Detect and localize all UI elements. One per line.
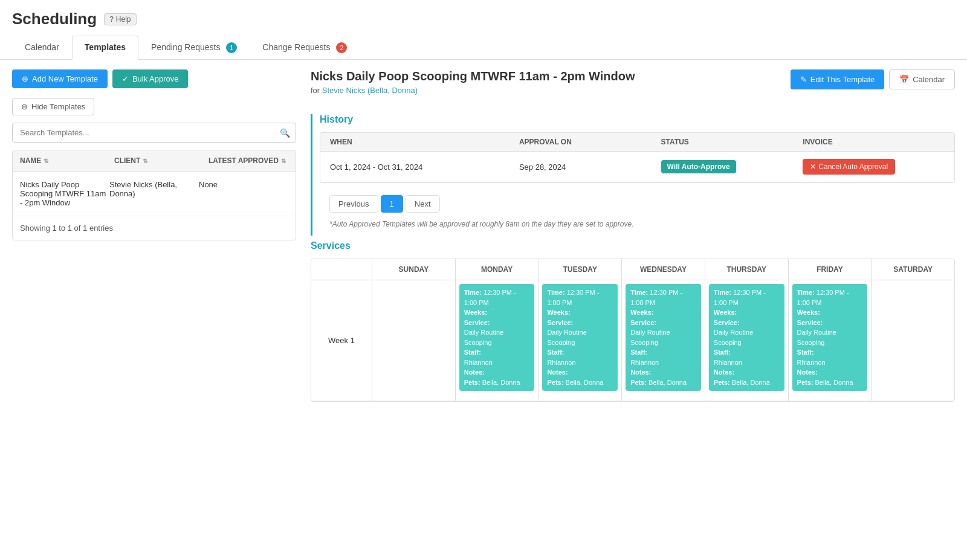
- thursday-service: Daily Routine Scooping: [714, 329, 753, 346]
- change-requests-badge: 2: [336, 42, 347, 53]
- sort-name-icon[interactable]: ⇅: [44, 158, 48, 164]
- search-input[interactable]: [12, 123, 296, 143]
- row-latest-approved: None: [199, 178, 288, 210]
- weeks-label-tue: Weeks:: [547, 309, 570, 316]
- col-latest-approved: LATEST APPROVED ⇅: [201, 150, 296, 171]
- cancel-icon: ✕: [810, 163, 816, 171]
- main-content: ⊕ Add New Template ✓ Bulk Approve ⊖ Hide…: [0, 60, 967, 411]
- monday-service: Daily Routine Scooping: [464, 329, 503, 346]
- staff-label-fri: Staff:: [797, 349, 814, 356]
- bulk-approve-label: Bulk Approve: [132, 74, 179, 83]
- saturday-cell: [871, 280, 954, 401]
- edit-template-label: Edit This Template: [810, 75, 875, 84]
- history-invoice: ✕ Cancel Auto Approval: [803, 159, 945, 175]
- history-col-approval-on: APPROVAL ON: [519, 138, 661, 146]
- for-label: for: [311, 86, 320, 95]
- tuesday-cell: Time: 12:30 PM - 1:00 PM Weeks: Service:…: [538, 280, 621, 401]
- time-label-thu: Time:: [714, 289, 731, 296]
- row-name: Nicks Daily Poop Scooping MTWRF 11am - 2…: [20, 178, 109, 210]
- minus-icon: ⊖: [21, 102, 28, 111]
- monday-header: MONDAY: [455, 259, 538, 280]
- week-col-header: [311, 259, 372, 280]
- pets-label-fri: Pets:: [797, 379, 813, 386]
- cancel-label: Cancel Auto Approval: [818, 163, 888, 171]
- sort-approved-icon[interactable]: ⇅: [281, 158, 286, 164]
- history-title: History: [320, 114, 955, 125]
- weeks-label-fri: Weeks:: [797, 309, 820, 316]
- app-header: Scheduling ? Help Calendar Templates Pen…: [0, 0, 967, 60]
- tuesday-service: Daily Routine Scooping: [547, 329, 586, 346]
- col-name-label: NAME: [20, 156, 41, 165]
- showing-text: Showing 1 to 1 of 1 entries: [13, 216, 296, 240]
- auto-approve-note: *Auto Approved Templates will be approve…: [320, 217, 955, 236]
- tuesday-service-card: Time: 12:30 PM - 1:00 PM Weeks: Service:…: [542, 284, 618, 391]
- history-col-when: WHEN: [330, 138, 519, 146]
- tab-change-requests-label: Change Requests: [262, 42, 330, 52]
- search-icon: 🔍: [280, 128, 290, 138]
- page-1-button[interactable]: 1: [381, 195, 403, 213]
- sunday-header: SUNDAY: [372, 259, 455, 280]
- right-panel-header: Nicks Daily Poop Scooping MTWRF 11am - 2…: [311, 69, 955, 105]
- calendar-icon: 📅: [899, 75, 909, 84]
- service-label: Service:: [464, 319, 490, 326]
- hide-templates-label: Hide Templates: [31, 102, 85, 111]
- time-label: Time:: [464, 289, 482, 296]
- tab-templates[interactable]: Templates: [72, 36, 138, 60]
- template-title: Nicks Daily Poop Scooping MTWRF 11am - 2…: [311, 69, 791, 83]
- time-label-wed: Time:: [630, 289, 648, 296]
- weeks-label-wed: Weeks:: [630, 309, 653, 316]
- time-label-fri: Time:: [797, 289, 815, 296]
- notes-label-wed: Notes:: [630, 369, 651, 376]
- sort-client-icon[interactable]: ⇅: [143, 158, 147, 164]
- templates-table: NAME ⇅ CLIENT ⇅ LATEST APPROVED ⇅ Nicks …: [12, 150, 296, 240]
- wednesday-service-card: Time: 12:30 PM - 1:00 PM Weeks: Service:…: [626, 284, 701, 391]
- notes-label-tue: Notes:: [547, 369, 568, 376]
- week-1-row: Week 1 Time: 12:30 PM - 1:00 PM Weeks: S…: [311, 280, 954, 401]
- hide-templates-button[interactable]: ⊖ Hide Templates: [12, 98, 94, 115]
- pets-label: Pets:: [464, 379, 480, 386]
- bulk-approve-button[interactable]: ✓ Bulk Approve: [112, 69, 189, 88]
- history-table: WHEN APPROVAL ON STATUS INVOICE Oct 1, 2…: [320, 132, 955, 183]
- pets-label-tue: Pets:: [547, 379, 563, 386]
- tab-pending-requests[interactable]: Pending Requests 1: [138, 36, 250, 59]
- services-section: Services SUNDAY MONDAY TUESDAY WEDNESDAY…: [311, 240, 955, 402]
- row-client: Stevie Nicks (Bella, Donna): [109, 178, 199, 210]
- history-status: Will Auto-Approve: [661, 160, 803, 173]
- next-button[interactable]: Next: [406, 195, 440, 213]
- col-name: NAME ⇅: [13, 150, 107, 171]
- edit-icon: ✎: [800, 75, 807, 84]
- cancel-auto-approval-button[interactable]: ✕ Cancel Auto Approval: [803, 159, 895, 175]
- pending-requests-badge: 1: [226, 42, 237, 53]
- wednesday-staff: Rhiannon: [630, 359, 659, 366]
- wednesday-pets: Bella, Donna: [648, 379, 687, 386]
- services-header-row: SUNDAY MONDAY TUESDAY WEDNESDAY THURSDAY…: [311, 259, 954, 280]
- services-title: Services: [311, 240, 955, 251]
- notes-label-fri: Notes:: [797, 369, 818, 376]
- friday-pets: Bella, Donna: [815, 379, 853, 386]
- template-info: Nicks Daily Poop Scooping MTWRF 11am - 2…: [311, 69, 791, 105]
- table-row[interactable]: Nicks Daily Poop Scooping MTWRF 11am - 2…: [13, 172, 296, 216]
- thursday-pets: Bella, Donna: [732, 379, 770, 386]
- edit-template-button[interactable]: ✎ Edit This Template: [791, 69, 884, 89]
- tab-change-requests[interactable]: Change Requests 2: [250, 36, 360, 59]
- sunday-cell: [372, 280, 455, 401]
- tab-calendar[interactable]: Calendar: [12, 36, 72, 59]
- monday-pets: Bella, Donna: [482, 379, 520, 386]
- thursday-service-card: Time: 12:30 PM - 1:00 PM Weeks: Service:…: [709, 284, 784, 391]
- monday-service-card: Time: 12:30 PM - 1:00 PM Weeks: Service:…: [459, 284, 535, 391]
- pagination: Previous 1 Next: [320, 190, 955, 217]
- client-link[interactable]: Stevie Nicks (Bella, Donna): [322, 86, 418, 95]
- saturday-header: SATURDAY: [871, 259, 954, 280]
- weeks-label-thu: Weeks:: [714, 309, 737, 316]
- plus-icon: ⊕: [22, 74, 28, 83]
- history-header: WHEN APPROVAL ON STATUS INVOICE: [320, 133, 954, 152]
- add-new-template-button[interactable]: ⊕ Add New Template: [12, 69, 108, 88]
- monday-cell: Time: 12:30 PM - 1:00 PM Weeks: Service:…: [455, 280, 538, 401]
- help-button[interactable]: ? Help: [104, 13, 136, 25]
- thursday-cell: Time: 12:30 PM - 1:00 PM Weeks: Service:…: [705, 280, 788, 401]
- pets-label-thu: Pets:: [714, 379, 730, 386]
- tab-pending-requests-label: Pending Requests: [151, 42, 220, 52]
- help-label: Help: [116, 15, 131, 24]
- calendar-button[interactable]: 📅 Calendar: [889, 69, 955, 89]
- previous-button[interactable]: Previous: [329, 195, 378, 213]
